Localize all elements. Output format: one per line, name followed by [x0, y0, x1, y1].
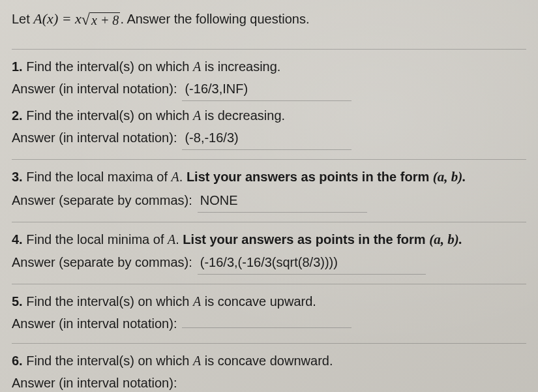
answer-row-4: Answer (separate by commas): (-16/3,(-16…: [12, 252, 526, 275]
ans2-input[interactable]: (-8,-16/3): [182, 127, 351, 150]
sqrt-radicand: x + 8: [90, 12, 120, 27]
ans1-input[interactable]: (-16/3,INF): [182, 78, 351, 101]
answer-row-1: Answer (in interval notation): (-16/3,IN…: [12, 78, 526, 101]
q5-number: 5.: [12, 294, 23, 309]
q3-text-before: Find the local maxima of: [23, 170, 172, 184]
q1-q2-section: 1. Find the interval(s) on which A is in…: [12, 56, 526, 160]
q2-text-after: is decreasing.: [201, 108, 285, 123]
question-2: 2. Find the interval(s) on which A is de…: [12, 105, 526, 126]
function-lhs: A(x) = x: [33, 10, 81, 27]
ans2-label: Answer (in interval notation):: [12, 127, 177, 148]
question-3: 3. Find the local maxima of A. List your…: [12, 166, 526, 188]
q3-number: 3.: [12, 170, 23, 184]
q1-number: 1.: [12, 59, 23, 74]
q4-text-before: Find the local minima of: [23, 232, 168, 247]
q5-text-after: is concave upward.: [201, 294, 316, 309]
question-1: 1. Find the interval(s) on which A is in…: [12, 56, 526, 77]
q2-text-before: Find the interval(s) on which: [23, 108, 193, 123]
q3-text-after: .: [179, 170, 187, 184]
ans1-label: Answer (in interval notation):: [12, 78, 177, 99]
q2-var: A: [193, 108, 201, 123]
q6-number: 6.: [12, 354, 23, 368]
q3-section: 3. Find the local maxima of A. List your…: [12, 166, 526, 222]
intro-prefix: Let: [12, 12, 33, 26]
q1-text-after: is increasing.: [201, 59, 280, 74]
intro-section: Let A(x) = x√x + 8. Answer the following…: [12, 8, 526, 50]
q6-text-before: Find the interval(s) on which: [23, 354, 193, 368]
q4-section: 4. Find the local minima of A. List your…: [12, 229, 526, 285]
answer-row-2: Answer (in interval notation): (-8,-16/3…: [12, 127, 526, 150]
q6-section: 6. Find the interval(s) on which A is co…: [12, 350, 526, 392]
q6-var: A: [193, 354, 201, 368]
ans3-input[interactable]: NONE: [198, 190, 367, 213]
worksheet-page: Let A(x) = x√x + 8. Answer the following…: [0, 0, 538, 392]
sqrt-icon: √: [82, 12, 90, 27]
intro-suffix: . Answer the following questions.: [120, 12, 309, 26]
ans4-input[interactable]: (-16/3,(-16/3(sqrt(8/3)))): [198, 252, 426, 275]
ans6-label: Answer (in interval notation):: [12, 372, 177, 392]
ans5-input[interactable]: [182, 326, 351, 328]
q3-bold: List your answers as points in the form: [187, 170, 433, 184]
answer-row-5: Answer (in interval notation):: [12, 313, 526, 334]
ans6-input[interactable]: [182, 386, 351, 387]
q3-form: (a, b).: [433, 169, 466, 185]
ans4-label: Answer (separate by commas):: [12, 252, 192, 273]
q5-var: A: [193, 294, 201, 309]
q4-number: 4.: [12, 232, 23, 247]
q5-section: 5. Find the interval(s) on which A is co…: [12, 291, 526, 344]
answer-row-6: Answer (in interval notation):: [12, 372, 526, 392]
sqrt-expression: √x + 8: [82, 10, 121, 26]
answer-row-3: Answer (separate by commas): NONE: [12, 190, 526, 213]
question-5: 5. Find the interval(s) on which A is co…: [12, 291, 526, 312]
q5-text-before: Find the interval(s) on which: [23, 294, 193, 309]
question-6: 6. Find the interval(s) on which A is co…: [12, 350, 526, 371]
q4-form: (a, b).: [429, 232, 462, 247]
q4-bold: List your answers as points in the form: [183, 232, 429, 247]
q2-number: 2.: [12, 108, 23, 123]
q4-text-after: .: [175, 232, 183, 247]
ans5-label: Answer (in interval notation):: [12, 313, 177, 334]
question-4: 4. Find the local minima of A. List your…: [12, 229, 526, 251]
q6-text-after: is concave downward.: [201, 354, 333, 368]
ans3-label: Answer (separate by commas):: [12, 190, 192, 211]
q1-text-before: Find the interval(s) on which: [23, 59, 193, 74]
q1-var: A: [193, 59, 201, 74]
q4-var: A: [168, 232, 175, 247]
intro-text: Let A(x) = x√x + 8. Answer the following…: [12, 8, 526, 40]
q3-var: A: [172, 170, 179, 184]
